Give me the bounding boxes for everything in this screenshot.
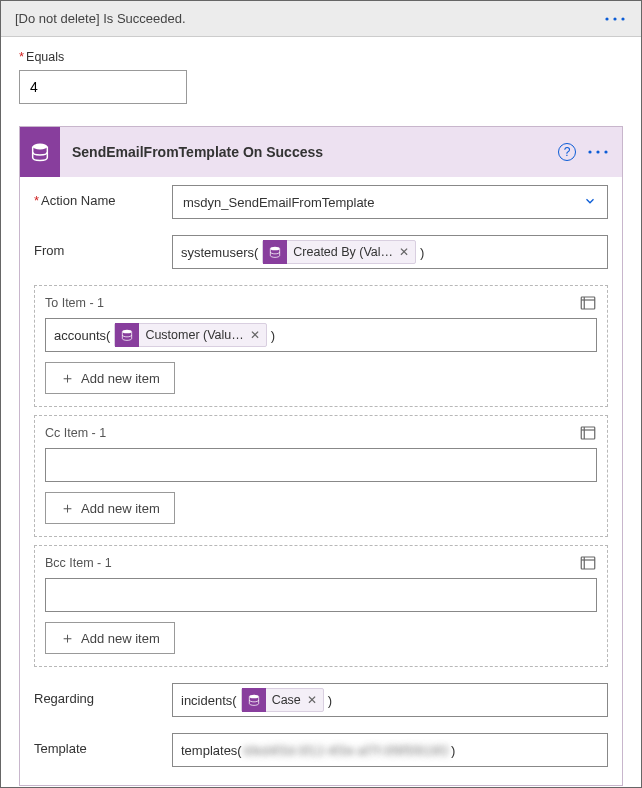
template-row: Template templates( bfed4f3d-0f12-4f3e-a… <box>20 725 622 785</box>
dataverse-icon <box>242 688 266 712</box>
dataverse-icon <box>20 127 60 177</box>
to-item-input[interactable]: accounts( Customer (Valu… ✕ ) <box>45 318 597 352</box>
svg-point-1 <box>613 17 616 20</box>
svg-point-7 <box>271 247 280 251</box>
token-remove-icon[interactable]: ✕ <box>399 245 409 259</box>
action-name-select[interactable]: msdyn_SendEmailFromTemplate <box>172 185 608 219</box>
condition-title: [Do not delete] Is Succeeded. <box>15 11 186 26</box>
svg-point-6 <box>604 150 607 153</box>
template-label: Template <box>34 733 164 756</box>
token-remove-icon[interactable]: ✕ <box>250 328 260 342</box>
to-add-item-button[interactable]: ＋Add new item <box>45 362 175 394</box>
from-input[interactable]: systemusers( Created By (Val… ✕ ) <box>172 235 608 269</box>
chevron-down-icon <box>583 194 597 211</box>
dataverse-icon <box>115 323 139 347</box>
svg-rect-8 <box>581 297 595 309</box>
card-header[interactable]: SendEmailFromTemplate On Success ? <box>20 127 622 177</box>
card-title: SendEmailFromTemplate On Success <box>60 144 558 160</box>
svg-point-0 <box>605 17 608 20</box>
bcc-item-group: Bcc Item - 1 ＋Add new item <box>34 545 608 667</box>
token-remove-icon[interactable]: ✕ <box>307 693 317 707</box>
svg-rect-10 <box>581 427 595 439</box>
dataverse-icon <box>263 240 287 264</box>
cc-add-item-button[interactable]: ＋Add new item <box>45 492 175 524</box>
token-case[interactable]: Case ✕ <box>241 688 324 712</box>
svg-point-2 <box>621 17 624 20</box>
to-item-title: To Item - 1 <box>45 296 104 310</box>
token-created-by[interactable]: Created By (Val… ✕ <box>262 240 416 264</box>
equals-label: *Equals <box>19 49 623 64</box>
plus-icon: ＋ <box>60 629 75 648</box>
bcc-item-title: Bcc Item - 1 <box>45 556 112 570</box>
help-icon[interactable]: ? <box>558 143 576 161</box>
card-actions: ? <box>558 143 622 161</box>
array-mode-icon[interactable] <box>579 554 597 572</box>
svg-rect-11 <box>581 557 595 569</box>
plus-icon: ＋ <box>60 369 75 388</box>
bcc-item-input[interactable] <box>45 578 597 612</box>
condition-header: [Do not delete] Is Succeeded. <box>1 1 641 37</box>
to-item-group: To Item - 1 accounts( Customer (Valu… ✕ … <box>34 285 608 407</box>
from-row: From systemusers( Created By (Val… ✕ ) <box>20 227 622 277</box>
cc-item-input[interactable] <box>45 448 597 482</box>
template-guid-blurred: bfed4f3d-0f12-4f3e-af7f-0f9f5f819f2 <box>244 743 449 758</box>
equals-input[interactable] <box>19 70 187 104</box>
svg-point-4 <box>588 150 591 153</box>
regarding-label: Regarding <box>34 683 164 706</box>
svg-point-5 <box>596 150 599 153</box>
plus-icon: ＋ <box>60 499 75 518</box>
cc-item-group: Cc Item - 1 ＋Add new item <box>34 415 608 537</box>
svg-point-9 <box>123 330 132 334</box>
bcc-add-item-button[interactable]: ＋Add new item <box>45 622 175 654</box>
from-label: From <box>34 235 164 258</box>
regarding-input[interactable]: incidents( Case ✕ ) <box>172 683 608 717</box>
send-email-card: SendEmailFromTemplate On Success ? *Acti… <box>19 126 623 786</box>
action-name-value: msdyn_SendEmailFromTemplate <box>183 195 374 210</box>
action-name-label: *Action Name <box>34 185 164 208</box>
array-mode-icon[interactable] <box>579 424 597 442</box>
equals-section: *Equals <box>1 37 641 114</box>
required-star: * <box>19 49 24 64</box>
cc-item-title: Cc Item - 1 <box>45 426 106 440</box>
action-name-row: *Action Name msdyn_SendEmailFromTemplate <box>20 177 622 227</box>
svg-point-3 <box>33 144 48 150</box>
svg-point-12 <box>249 695 258 699</box>
template-input[interactable]: templates( bfed4f3d-0f12-4f3e-af7f-0f9f5… <box>172 733 608 767</box>
flow-condition-card: [Do not delete] Is Succeeded. *Equals Se… <box>0 0 642 788</box>
condition-more-button[interactable] <box>603 15 627 23</box>
card-more-button[interactable] <box>586 148 610 156</box>
regarding-row: Regarding incidents( Case ✕ ) <box>20 675 622 725</box>
array-mode-icon[interactable] <box>579 294 597 312</box>
token-customer[interactable]: Customer (Valu… ✕ <box>114 323 266 347</box>
